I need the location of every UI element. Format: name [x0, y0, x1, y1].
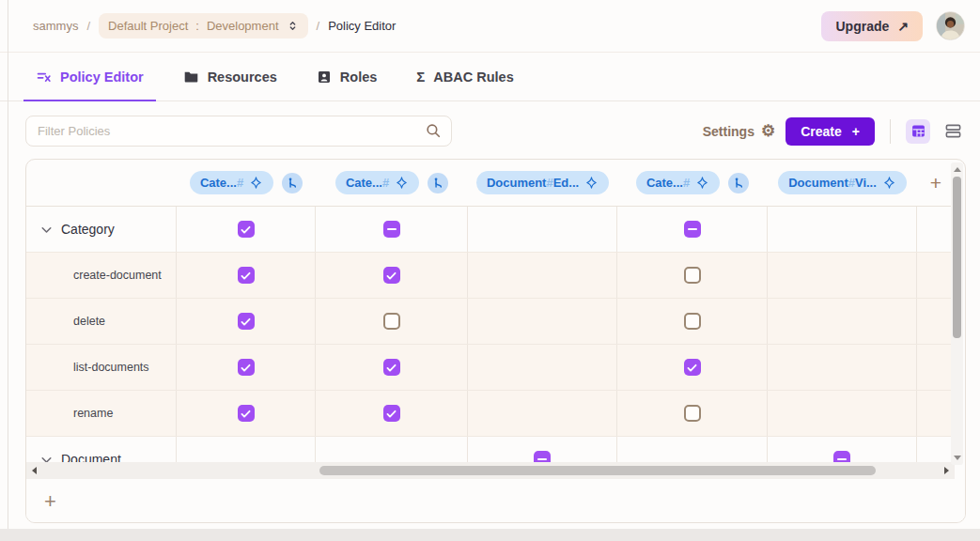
horizontal-scrollbar[interactable] — [26, 462, 955, 479]
chevron-down-icon[interactable] — [39, 452, 54, 463]
column-head: Document#Vi... — [768, 160, 917, 206]
environment-name: Development — [207, 19, 279, 33]
permission-cell — [917, 207, 955, 252]
role-derivation-icon[interactable] — [728, 173, 749, 193]
project-environment-selector[interactable]: Default Project : Development — [99, 13, 308, 39]
chevron-down-icon[interactable] — [39, 222, 54, 238]
permission-cell — [468, 391, 617, 436]
permission-checkbox-checked[interactable] — [383, 267, 400, 284]
horizontal-scrollbar-thumb[interactable] — [319, 466, 876, 475]
breadcrumb-org[interactable]: sammys — [33, 19, 78, 33]
tab-label: Roles — [340, 70, 378, 85]
grid-view-icon — [910, 123, 926, 139]
filter-policies-input[interactable] — [25, 116, 452, 147]
scroll-left-arrow-icon[interactable] — [32, 467, 37, 474]
project-env-colon: : — [195, 19, 199, 33]
resource-role-pill[interactable]: Cate...# — [335, 171, 419, 194]
tab-policy-editor[interactable]: Policy Editor — [23, 53, 156, 100]
role-badge-icon — [317, 70, 332, 85]
permission-checkbox-checked[interactable] — [238, 267, 255, 284]
permission-cell — [768, 299, 917, 344]
search-icon — [425, 122, 442, 143]
permission-cell — [917, 437, 955, 462]
permission-cell — [177, 345, 316, 390]
scroll-right-arrow-icon[interactable] — [944, 467, 949, 474]
list-view-toggle[interactable] — [941, 119, 965, 144]
permission-cell — [177, 391, 316, 436]
sparkle-icon — [395, 176, 409, 190]
permission-cell — [917, 345, 955, 390]
pill-label: Cate...# — [346, 176, 389, 190]
toolbar-right: Settings ⚙ Create + — [703, 117, 965, 146]
permission-checkbox-checked[interactable] — [238, 313, 255, 330]
resource-role-pill[interactable]: Document#Vi... — [778, 171, 907, 194]
permission-checkbox-indeterminate[interactable] — [684, 221, 701, 238]
tab-roles[interactable]: Roles — [304, 53, 390, 100]
permission-checkbox-checked[interactable] — [238, 359, 255, 376]
permission-checkbox-checked[interactable] — [238, 221, 255, 238]
settings-label: Settings — [703, 124, 754, 139]
gear-icon: ⚙ — [761, 123, 775, 139]
pill-label: Cate...# — [200, 176, 243, 190]
row-label: create-document — [73, 269, 162, 282]
permission-checkbox-checked[interactable] — [684, 359, 701, 376]
settings-button[interactable]: Settings ⚙ — [703, 123, 775, 139]
permission-cell — [617, 207, 768, 252]
permission-cell — [468, 345, 617, 390]
add-resource-button[interactable]: + — [44, 491, 56, 512]
permission-checkbox-indeterminate[interactable] — [383, 221, 400, 238]
breadcrumb-separator: / — [317, 19, 320, 33]
column-head: Cate...# — [177, 160, 316, 206]
row-label: Category — [61, 222, 115, 237]
vertical-scrollbar[interactable] — [951, 162, 963, 465]
row-label: rename — [73, 407, 113, 420]
resource-role-pill[interactable]: Document#Ed... — [476, 171, 609, 194]
chevron-up-down-icon — [287, 20, 299, 32]
column-head-empty — [26, 160, 177, 206]
role-derivation-icon[interactable] — [282, 173, 303, 193]
permission-cell — [617, 253, 768, 298]
role-derivation-icon[interactable] — [428, 173, 448, 193]
permission-cell — [468, 437, 617, 462]
action-label-cell: rename — [26, 391, 177, 436]
grid-footer: + — [26, 479, 965, 523]
policy-toolbar: Settings ⚙ Create + — [0, 116, 980, 147]
row-label: list-documents — [73, 361, 149, 374]
scroll-down-arrow-icon[interactable] — [954, 456, 961, 460]
permission-cell — [177, 437, 316, 462]
resource-role-pill[interactable]: Cate...# — [190, 171, 273, 194]
permission-checkbox-checked[interactable] — [383, 405, 400, 422]
column-head: Document#Ed... — [468, 160, 617, 206]
permission-checkbox-checked[interactable] — [238, 405, 255, 422]
sparkle-icon — [882, 176, 896, 190]
permission-checkbox-indeterminate[interactable] — [534, 451, 551, 462]
permission-checkbox-checked[interactable] — [383, 359, 400, 376]
permission-checkbox-indeterminate[interactable] — [833, 451, 850, 462]
policy-row-list-documents: list-documents — [26, 345, 955, 391]
resource-role-pill[interactable]: Cate...# — [636, 171, 720, 194]
user-avatar[interactable] — [936, 11, 965, 40]
breadcrumb-page: Policy Editor — [328, 19, 396, 33]
permission-cell — [177, 253, 316, 298]
permission-checkbox-unchecked[interactable] — [684, 267, 701, 284]
permission-checkbox-unchecked[interactable] — [383, 313, 400, 330]
permission-checkbox-unchecked[interactable] — [684, 405, 701, 422]
tab-resources[interactable]: Resources — [171, 53, 289, 100]
sparkle-icon — [695, 176, 709, 190]
scroll-up-arrow-icon[interactable] — [954, 167, 961, 172]
add-column-button[interactable]: + — [930, 173, 941, 193]
permission-checkbox-unchecked[interactable] — [684, 313, 701, 330]
upgrade-button[interactable]: Upgrade ↗ — [821, 11, 923, 41]
breadcrumb-separator: / — [86, 19, 90, 33]
action-label-cell: create-document — [26, 253, 177, 298]
create-button[interactable]: Create + — [786, 117, 875, 146]
list-view-icon — [944, 122, 962, 140]
policy-matrix-card: Cate...#Cate...#Document#Ed...Cate...#Do… — [25, 159, 966, 523]
permission-cell — [617, 345, 768, 390]
permission-cell — [917, 253, 955, 298]
policy-row-Document: Document — [26, 437, 955, 462]
tab-abac-rules[interactable]: Σ ABAC Rules — [404, 53, 525, 100]
grid-view-toggle[interactable] — [906, 119, 930, 144]
permission-cell — [917, 299, 955, 344]
vertical-scrollbar-thumb[interactable] — [953, 177, 961, 338]
